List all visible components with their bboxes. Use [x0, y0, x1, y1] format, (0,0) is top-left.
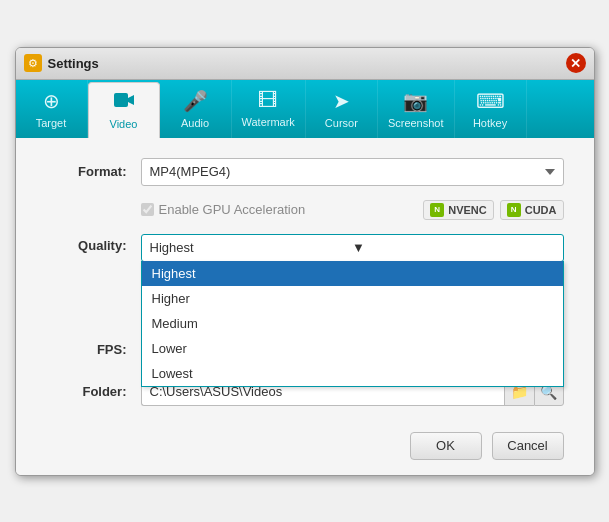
- tab-video[interactable]: Video: [88, 82, 160, 138]
- svg-rect-0: [114, 93, 128, 107]
- action-row: OK Cancel: [46, 426, 564, 460]
- nvidia-icon: N: [430, 203, 444, 217]
- nvenc-label: NVENC: [448, 204, 487, 216]
- title-bar: ⚙ Settings ✕: [16, 48, 594, 80]
- format-label: Format:: [46, 164, 141, 179]
- hotkey-icon: ⌨: [476, 89, 505, 113]
- cuda-icon: N: [507, 203, 521, 217]
- tab-video-label: Video: [110, 118, 138, 130]
- gpu-checkbox-label[interactable]: Enable GPU Acceleration: [141, 202, 424, 217]
- tab-target[interactable]: ⊕ Target: [16, 80, 88, 138]
- gpu-badges: N NVENC N CUDA: [423, 200, 563, 220]
- format-control: MP4(MPEG4) AVI MOV FLV MKV: [141, 158, 564, 186]
- audio-icon: 🎤: [183, 89, 208, 113]
- quality-selected-value: Highest: [150, 240, 353, 255]
- quality-control: Highest ▼ Highest Higher Medium Lower Lo…: [141, 234, 564, 262]
- quality-option-higher[interactable]: Higher: [142, 286, 563, 311]
- folder-label: Folder:: [46, 384, 141, 399]
- watermark-icon: 🎞: [258, 89, 278, 112]
- tab-screenshot-label: Screenshot: [388, 117, 444, 129]
- content-area: Format: MP4(MPEG4) AVI MOV FLV MKV Enabl…: [16, 138, 594, 475]
- tab-watermark[interactable]: 🎞 Watermark: [232, 80, 306, 138]
- settings-icon: ⚙: [24, 54, 42, 72]
- gpu-checkbox[interactable]: [141, 203, 154, 216]
- format-row: Format: MP4(MPEG4) AVI MOV FLV MKV: [46, 158, 564, 186]
- close-button[interactable]: ✕: [566, 53, 586, 73]
- tab-target-label: Target: [36, 117, 67, 129]
- quality-option-lowest[interactable]: Lowest: [142, 361, 563, 386]
- gpu-label-text: Enable GPU Acceleration: [159, 202, 306, 217]
- tab-watermark-label: Watermark: [242, 116, 295, 128]
- tab-cursor-label: Cursor: [325, 117, 358, 129]
- quality-option-medium[interactable]: Medium: [142, 311, 563, 336]
- quality-dropdown-arrow: ▼: [352, 240, 555, 255]
- cancel-button[interactable]: Cancel: [492, 432, 564, 460]
- quality-option-lower[interactable]: Lower: [142, 336, 563, 361]
- settings-dialog: ⚙ Settings ✕ ⊕ Target Video 🎤 Audio 🎞 Wa…: [15, 47, 595, 476]
- quality-dropdown-trigger[interactable]: Highest ▼: [141, 234, 564, 262]
- tab-hotkey-label: Hotkey: [473, 117, 507, 129]
- gpu-row: Enable GPU Acceleration N NVENC N CUDA: [46, 200, 564, 220]
- window-title: Settings: [48, 56, 566, 71]
- cuda-label: CUDA: [525, 204, 557, 216]
- nvenc-badge: N NVENC: [423, 200, 494, 220]
- video-icon: [113, 91, 135, 114]
- svg-marker-1: [128, 95, 134, 105]
- tab-bar: ⊕ Target Video 🎤 Audio 🎞 Watermark ➤ Cur…: [16, 80, 594, 138]
- quality-row: Quality: Highest ▼ Highest Higher Medium…: [46, 234, 564, 262]
- tab-hotkey[interactable]: ⌨ Hotkey: [455, 80, 527, 138]
- tab-audio-label: Audio: [181, 117, 209, 129]
- target-icon: ⊕: [43, 89, 60, 113]
- quality-dropdown-list: Highest Higher Medium Lower Lowest: [141, 261, 564, 387]
- screenshot-icon: 📷: [403, 89, 428, 113]
- quality-label: Quality:: [46, 234, 141, 253]
- quality-option-highest[interactable]: Highest: [142, 261, 563, 286]
- tab-screenshot[interactable]: 📷 Screenshot: [378, 80, 455, 138]
- tab-audio[interactable]: 🎤 Audio: [160, 80, 232, 138]
- fps-label: FPS:: [46, 342, 141, 357]
- tab-cursor[interactable]: ➤ Cursor: [306, 80, 378, 138]
- format-select[interactable]: MP4(MPEG4) AVI MOV FLV MKV: [141, 158, 564, 186]
- cursor-icon: ➤: [333, 89, 350, 113]
- cuda-badge: N CUDA: [500, 200, 564, 220]
- ok-button[interactable]: OK: [410, 432, 482, 460]
